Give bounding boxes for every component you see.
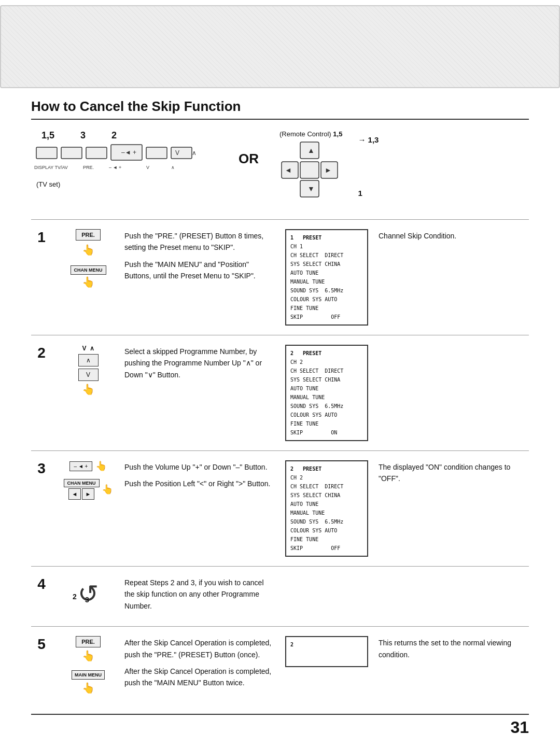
step-2-number: 2 — [31, 345, 52, 361]
chan-menu-icon: CHAN MENU — [64, 479, 100, 487]
step-1-screen-box: 1 PRESET CH 1 CH SELECT DIRECT SYS SELEC… — [285, 229, 368, 326]
svg-text:V: V — [175, 149, 179, 157]
svg-text:◄: ◄ — [285, 166, 292, 174]
tv-numbers-row: 1,5 3 2 — [31, 130, 117, 141]
pre-button-icon-5: PRE. — [76, 636, 101, 647]
step-4-number: 4 — [31, 576, 52, 592]
hand-icon-3b: 👆 — [102, 484, 113, 495]
num-3-label: 3 — [85, 596, 89, 604]
remote-diagram: (Remote Control) 1,5 ▲ ◄ ► — [279, 130, 379, 204]
remote-svg: ▲ ◄ ► ▼ — [279, 140, 342, 202]
pre-button-icon: PRE. — [76, 229, 101, 241]
remote-num-1: 1 — [358, 189, 379, 197]
or-text: OR — [239, 151, 259, 167]
svg-text:▼: ▼ — [307, 185, 315, 193]
svg-text:▲: ▲ — [307, 146, 315, 154]
svg-rect-18 — [300, 162, 319, 178]
step-4-row: 4 ↺ 2 3 Repeat Steps 2 and 3, if you wis… — [31, 566, 529, 626]
tv-set-label: (TV set) — [36, 180, 60, 188]
hand-icon-1b: 👆 — [82, 276, 95, 288]
step-1-row: 1 PRE. 👆 CHAN MENU 👆 Push the "PRE." (PR… — [31, 219, 529, 335]
step-5-note: This returns the set to the normal viewi… — [379, 636, 529, 660]
step-4-note — [379, 576, 529, 577]
step-3-note: The displayed "ON" condition changes to … — [379, 460, 529, 485]
step-3-screen-box: 2 PRESET CH 2 CH SELECT DIRECT SYS SELEC… — [285, 460, 368, 557]
tv-set-diagram: 1,5 3 2 –◄ + V ∧ DISPLAY TV/AV PR — [31, 130, 218, 188]
step-2-screen-box: 2 PRESET CH 2 CH SELECT DIRECT SYS SELEC… — [285, 345, 368, 441]
step-3-icon: – ◄ + 👆 CHAN MENU ◄ ► 👆 — [62, 460, 114, 500]
step-5-icons-group: PRE. 👆 MAIN MENU 👆 — [72, 636, 105, 694]
step-4-icon: ↺ 2 3 — [62, 576, 114, 612]
svg-rect-1 — [61, 147, 82, 159]
svg-text:V: V — [146, 165, 149, 170]
up-arrow-btn: ∧ — [78, 354, 99, 366]
step-3-row: 3 – ◄ + 👆 CHAN MENU ◄ ► — [31, 450, 529, 566]
svg-text:PRE.: PRE. — [83, 165, 94, 170]
up-down-label: V∧ — [82, 345, 94, 352]
svg-text:∧: ∧ — [171, 165, 175, 170]
tv-num-2: 3 — [80, 130, 86, 141]
main-menu-icon-1: CHAN MENU — [71, 265, 106, 275]
step-3-number: 3 — [31, 460, 52, 477]
hand-icon-3a: 👆 — [95, 460, 107, 472]
remote-num-1-3: → 1,3 — [358, 135, 379, 144]
main-menu-icon-5: MAIN MENU — [72, 670, 105, 680]
top-decorative-image — [0, 5, 560, 88]
step-5-screen-box: 2 — [285, 636, 368, 667]
step-5-row: 5 PRE. 👆 MAIN MENU 👆 After the Skip Canc… — [31, 626, 529, 703]
svg-text:∧: ∧ — [192, 149, 197, 157]
hand-icon-2: 👆 — [82, 383, 95, 396]
svg-rect-2 — [86, 147, 107, 159]
hand-icon-1: 👆 — [82, 244, 95, 256]
right-arrow-icon: ► — [82, 488, 94, 500]
vol-button-icon: – ◄ + — [69, 461, 93, 471]
step-2-icon: V∧ ∧ V 👆 — [62, 345, 114, 396]
svg-text:–◄ +: –◄ + — [121, 149, 136, 156]
step-1-number: 1 — [31, 229, 52, 246]
step-5-icon: PRE. 👆 MAIN MENU 👆 — [62, 636, 114, 694]
step-5-number: 5 — [31, 636, 52, 653]
down-arrow-btn: V — [78, 369, 99, 381]
steps-container: 1 PRE. 👆 CHAN MENU 👆 Push the "PRE." (PR… — [31, 219, 529, 703]
num-2-label: 2 — [73, 592, 77, 601]
hand-icon-5b: 👆 — [82, 682, 95, 694]
step-2-text: Select a skipped Programme Number, by pu… — [124, 345, 275, 386]
left-arrow-icon: ◄ — [68, 488, 81, 500]
step-5-text: After the Skip Cancel Operation is compl… — [124, 636, 275, 694]
hand-icon-5a: 👆 — [82, 650, 95, 662]
step-2-note — [379, 345, 529, 346]
svg-text:–  ◄  +: – ◄ + — [109, 165, 121, 170]
step-1-text: Push the "PRE." (PRESET) Button 8 times,… — [124, 229, 275, 287]
tv-num-1: 1,5 — [41, 130, 54, 141]
svg-rect-4 — [146, 147, 167, 159]
svg-text:DISPLAY TV/AV: DISPLAY TV/AV — [34, 165, 68, 170]
remote-label: (Remote Control) 1,5 — [279, 130, 342, 138]
tv-num-3: 2 — [111, 130, 117, 141]
step-4-text: Repeat Steps 2 and 3, if you wish to can… — [124, 576, 275, 617]
page-number: 31 — [31, 714, 529, 737]
step-3-text: Push the Volume Up "+" or Down "–" Butto… — [124, 460, 275, 495]
step-2-screen: 2 PRESET CH 2 CH SELECT DIRECT SYS SELEC… — [285, 345, 368, 441]
page-title: How to Cancel the Skip Function — [31, 98, 529, 120]
step-1-icon: PRE. 👆 CHAN MENU 👆 — [62, 229, 114, 288]
svg-rect-0 — [36, 147, 57, 159]
step-3-screen: 2 PRESET CH 2 CH SELECT DIRECT SYS SELEC… — [285, 460, 368, 557]
step-5-screen: 2 — [285, 636, 368, 667]
step-1-screen: 1 PRESET CH 1 CH SELECT DIRECT SYS SELEC… — [285, 229, 368, 326]
diagram-area: 1,5 3 2 –◄ + V ∧ DISPLAY TV/AV PR — [31, 130, 529, 204]
svg-rect-5 — [171, 147, 192, 159]
step-2-row: 2 V∧ ∧ V 👆 Select a skipped Programme Nu… — [31, 335, 529, 450]
svg-text:►: ► — [325, 166, 332, 174]
tv-set-svg: –◄ + V ∧ DISPLAY TV/AV PRE. – ◄ + V ∧ — [31, 142, 218, 178]
step-1-note: Channel Skip Condition. — [379, 229, 529, 242]
